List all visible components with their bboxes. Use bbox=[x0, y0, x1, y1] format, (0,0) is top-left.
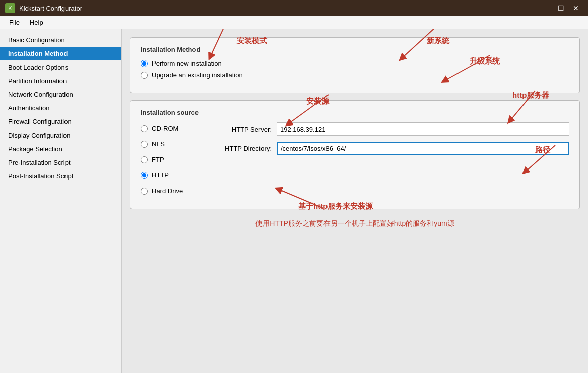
http-directory-row: HTTP Directory: bbox=[206, 142, 569, 155]
radio-cdrom[interactable]: CD-ROM bbox=[141, 125, 196, 132]
radio-ftp[interactable]: FTP bbox=[141, 156, 196, 163]
bottom-note: 使用HTTP服务之前要在另一个机子上配置好http的服务和yum源 bbox=[130, 219, 580, 228]
sidebar-item-authentication[interactable]: Authentication bbox=[0, 101, 121, 115]
radio-nfs-label: NFS bbox=[152, 140, 165, 148]
radio-upgrade-installation-label: Upgrade an existing installation bbox=[152, 71, 243, 79]
sidebar-item-network-configuration[interactable]: Network Configuration bbox=[0, 88, 121, 101]
radio-nfs[interactable]: NFS bbox=[141, 140, 196, 148]
close-button[interactable]: ✕ bbox=[569, 2, 583, 14]
sidebar-item-display-configuration[interactable]: Display Configuration bbox=[0, 129, 121, 142]
app-icon: K bbox=[5, 3, 15, 13]
installation-method-title: Installation Method bbox=[141, 46, 569, 53]
sidebar-item-partition-information[interactable]: Partition Information bbox=[0, 74, 121, 88]
http-directory-label: HTTP Directory: bbox=[206, 145, 272, 152]
radio-upgrade-installation[interactable]: Upgrade an existing installation bbox=[141, 71, 569, 79]
source-layout: CD-ROM NFS FTP HTTP bbox=[141, 122, 569, 199]
http-server-label: HTTP Server: bbox=[206, 126, 272, 133]
source-fields-column: HTTP Server: HTTP Directory: bbox=[206, 122, 569, 199]
app-title: Kickstart Configurator bbox=[19, 5, 539, 12]
radio-cdrom-label: CD-ROM bbox=[152, 125, 178, 132]
http-directory-input[interactable] bbox=[277, 142, 569, 155]
content-area: Installation Method Perform new installa… bbox=[122, 29, 588, 373]
source-radio-column: CD-ROM NFS FTP HTTP bbox=[141, 122, 196, 199]
titlebar: K Kickstart Configurator — ☐ ✕ bbox=[0, 0, 588, 16]
maximize-button[interactable]: ☐ bbox=[554, 2, 568, 14]
radio-cdrom-input[interactable] bbox=[141, 125, 148, 132]
minimize-button[interactable]: — bbox=[539, 2, 553, 14]
radio-nfs-input[interactable] bbox=[141, 141, 148, 148]
window-controls: — ☐ ✕ bbox=[539, 2, 583, 14]
radio-harddrive-label: Hard Drive bbox=[152, 187, 183, 195]
radio-http-input[interactable] bbox=[141, 172, 148, 179]
sidebar-item-package-selection[interactable]: Package Selection bbox=[0, 142, 121, 156]
sidebar-item-installation-method[interactable]: Installation Method bbox=[0, 47, 121, 60]
sidebar-item-post-installation-script[interactable]: Post-Installation Script bbox=[0, 169, 121, 183]
main-layout: Basic Configuration Installation Method … bbox=[0, 29, 588, 373]
radio-http[interactable]: HTTP bbox=[141, 171, 196, 179]
installation-source-panel: Installation source CD-ROM NFS FTP bbox=[130, 100, 580, 209]
radio-upgrade-installation-input[interactable] bbox=[141, 72, 148, 79]
radio-new-installation[interactable]: Perform new installation bbox=[141, 59, 569, 67]
radio-new-installation-label: Perform new installation bbox=[152, 59, 222, 67]
radio-harddrive[interactable]: Hard Drive bbox=[141, 187, 196, 195]
sidebar: Basic Configuration Installation Method … bbox=[0, 29, 122, 373]
http-server-row: HTTP Server: bbox=[206, 122, 569, 136]
radio-harddrive-input[interactable] bbox=[141, 188, 148, 195]
radio-new-installation-input[interactable] bbox=[141, 60, 148, 67]
sidebar-item-boot-loader-options[interactable]: Boot Loader Options bbox=[0, 60, 121, 74]
menu-file[interactable]: File bbox=[4, 18, 25, 27]
installation-method-panel: Installation Method Perform new installa… bbox=[130, 37, 580, 93]
http-server-input[interactable] bbox=[277, 122, 569, 136]
sidebar-item-firewall-configuration[interactable]: Firewall Configuration bbox=[0, 115, 121, 129]
sidebar-item-basic-configuration[interactable]: Basic Configuration bbox=[0, 33, 121, 47]
radio-http-label: HTTP bbox=[152, 171, 169, 179]
sidebar-item-pre-installation-script[interactable]: Pre-Installation Script bbox=[0, 156, 121, 169]
menu-help[interactable]: Help bbox=[25, 18, 48, 27]
radio-ftp-input[interactable] bbox=[141, 156, 148, 163]
menubar: File Help bbox=[0, 16, 588, 29]
installation-source-title: Installation source bbox=[141, 109, 569, 116]
radio-ftp-label: FTP bbox=[152, 156, 164, 163]
